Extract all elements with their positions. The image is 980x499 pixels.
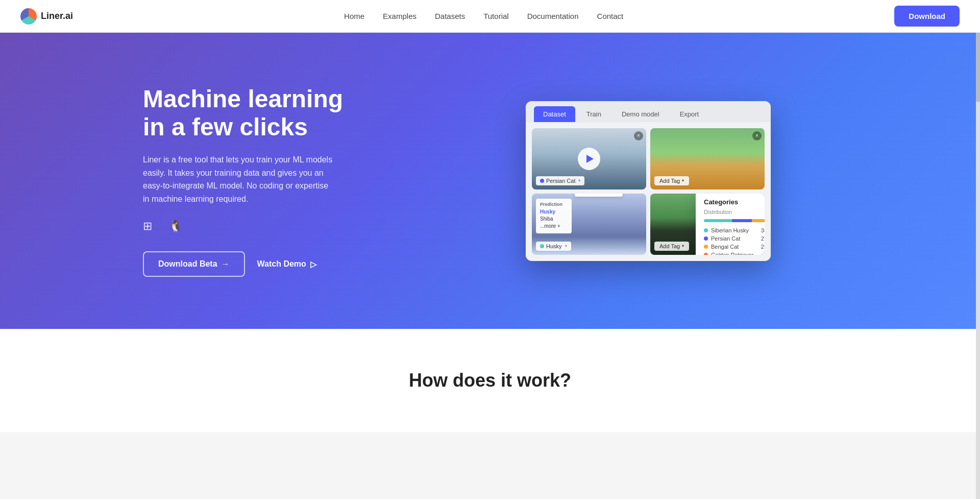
image-card-lab: Add Tag ▾ Categories Distribution — [650, 194, 765, 255]
tag-dot — [540, 179, 544, 183]
nav-link-examples[interactable]: Examples — [383, 12, 416, 20]
bengal-dot — [704, 245, 708, 249]
prediction-box: Prediction Husky Shiba ...more + — [536, 199, 572, 233]
lab-add-tag-button[interactable]: Add Tag ▾ — [654, 242, 689, 251]
watch-demo-button[interactable]: Watch Demo ▷ — [257, 259, 316, 269]
windows-icon: ⊞ — [143, 220, 152, 233]
app-mockup: Dataset Train Demo model Export × — [357, 101, 939, 261]
categories-list: Siberian Husky 38.2% Persian Cat 27.4% — [704, 227, 765, 255]
cat-item-golden: Golden Retriever 9.1% — [704, 252, 765, 255]
logo-icon — [20, 8, 37, 25]
linux-icon: 🐧 — [168, 220, 182, 233]
nav-link-documentation[interactable]: Documentation — [527, 12, 579, 20]
cat-close-icon[interactable]: × — [634, 131, 643, 140]
bar-persian — [732, 219, 752, 222]
app-image-grid: × Persian Cat ▾ — [526, 122, 771, 261]
tab-demo-model[interactable]: Demo model — [612, 106, 669, 122]
app-window: Dataset Train Demo model Export × — [526, 101, 771, 261]
play-triangle-icon — [586, 155, 594, 163]
image-card-dog: × Add Tag ▾ — [650, 128, 765, 189]
lab-add-tag-chevron-icon: ▾ — [682, 244, 684, 248]
dog-image: × Add Tag ▾ — [650, 128, 765, 189]
play-button[interactable] — [578, 148, 600, 170]
os-icons: ⊞ 🐧 — [143, 220, 357, 233]
cat-item-husky: Siberian Husky 38.2% — [704, 227, 765, 233]
download-beta-button[interactable]: Download Beta → — [143, 251, 245, 277]
tab-dataset[interactable]: Dataset — [534, 106, 575, 122]
logo[interactable]: Liner.ai — [20, 8, 73, 25]
husky-dot — [704, 228, 708, 232]
how-section: How does it work? — [0, 329, 980, 432]
nav-link-home[interactable]: Home — [344, 12, 364, 20]
husky-tag-dot — [540, 244, 544, 248]
nav-link-datasets[interactable]: Datasets — [435, 12, 465, 20]
nav-link-contact[interactable]: Contact — [597, 12, 624, 20]
hero-section: Machine learning in a few clicks Liner i… — [0, 33, 980, 329]
dog-add-tag-button[interactable]: Add Tag ▾ — [654, 176, 689, 185]
image-card-cat: × Persian Cat ▾ — [532, 128, 646, 189]
nav-links: Home Examples Datasets Tutorial Document… — [344, 12, 623, 20]
persian-cat-tag[interactable]: Persian Cat ▾ — [536, 176, 584, 185]
bar-bengal — [752, 219, 765, 222]
nav-download-button[interactable]: Download — [894, 6, 960, 27]
tag-chevron-icon: ▾ — [578, 178, 580, 183]
husky-tag-chevron: ▾ — [565, 244, 567, 248]
husky-tag[interactable]: Husky ▾ — [536, 242, 571, 251]
persian-dot — [704, 236, 708, 241]
scrollbar[interactable] — [976, 0, 980, 432]
tab-train[interactable]: Train — [577, 106, 610, 122]
distribution-bar — [704, 219, 765, 222]
hero-title: Machine learning in a few clicks — [143, 85, 357, 141]
logo-text: Liner.ai — [41, 11, 73, 21]
hero-description: Liner is a free tool that lets you train… — [143, 153, 337, 205]
navbar: Liner.ai Home Examples Datasets Tutorial… — [0, 0, 980, 33]
add-tag-chevron-icon: ▾ — [682, 178, 684, 183]
tab-export[interactable]: Export — [671, 106, 708, 122]
bar-husky — [704, 219, 732, 222]
hero-buttons: Download Beta → Watch Demo ▷ — [143, 251, 357, 277]
husky-image: Prediction Husky Shiba ...more + Husky ▾ — [532, 194, 646, 255]
hero-content: Machine learning in a few clicks Liner i… — [143, 85, 357, 277]
cat-image: × Persian Cat ▾ — [532, 128, 646, 189]
dog-close-icon[interactable]: × — [752, 131, 762, 140]
app-tabs: Dataset Train Demo model Export — [526, 101, 771, 122]
how-title: How does it work? — [20, 370, 960, 391]
categories-popup: Categories Distribution — [696, 194, 765, 255]
image-card-husky: Prediction Husky Shiba ...more + Husky ▾ — [532, 194, 646, 255]
nav-link-tutorial[interactable]: Tutorial — [483, 12, 508, 20]
cat-item-bengal: Bengal Cat 25.3% — [704, 244, 765, 250]
cat-item-persian: Persian Cat 27.4% — [704, 235, 765, 242]
golden-dot — [704, 253, 708, 255]
husky-tooltip: Siberian H... — [575, 194, 623, 197]
